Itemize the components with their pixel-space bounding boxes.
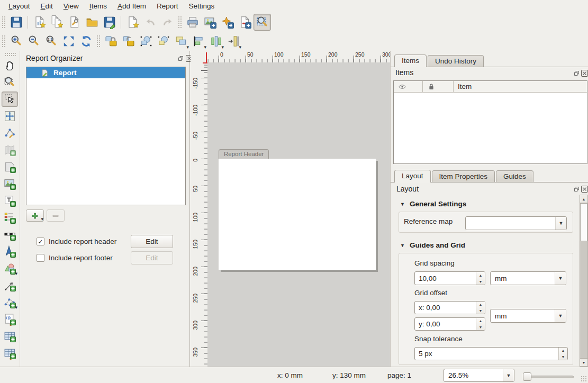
report-toolbar — [0, 12, 588, 32]
grid-spacing-spinbox[interactable]: 10,00 ▲▼ — [414, 271, 485, 285]
resize-items-button[interactable] — [224, 33, 242, 50]
report-page[interactable] — [219, 159, 376, 270]
add-fixed-table-button[interactable] — [2, 345, 18, 361]
snap-tolerance-spinbox[interactable]: 5 px ▲▼ — [414, 347, 568, 360]
new-report-button[interactable] — [31, 14, 48, 31]
tab-item-properties[interactable]: Item Properties — [432, 170, 495, 182]
add-shape-button[interactable] — [2, 261, 18, 276]
export-image-button[interactable] — [201, 14, 219, 31]
spin-arrows[interactable]: ▲▼ — [558, 348, 567, 360]
add-label-button[interactable] — [2, 193, 18, 208]
spin-arrows[interactable]: ▲▼ — [476, 318, 485, 330]
add-arrow-button[interactable] — [2, 278, 18, 293]
remove-section-button[interactable] — [47, 209, 65, 222]
close-panel-button[interactable] — [581, 70, 588, 77]
zoom-actual-button[interactable]: 1:1 — [42, 33, 60, 50]
move-item-content-button[interactable] — [2, 108, 18, 124]
select-all-button[interactable] — [137, 33, 155, 50]
menu-add-item[interactable]: Add Item — [112, 1, 151, 11]
add-legend-button[interactable] — [2, 210, 18, 225]
add-node-item-button[interactable] — [2, 295, 18, 310]
add-attribute-table-button[interactable] — [2, 329, 18, 344]
zoom-out-button[interactable] — [25, 33, 42, 50]
zoom-level-select[interactable]: 26.5% ▼ — [444, 369, 514, 382]
tab-undo-history[interactable]: Undo History — [428, 55, 484, 67]
float-panel-button[interactable] — [177, 55, 184, 62]
items-table: Item — [393, 80, 587, 164]
add-north-arrow-button[interactable] — [2, 244, 18, 259]
close-panel-button[interactable] — [581, 186, 588, 193]
add-picture-button[interactable] — [2, 176, 18, 192]
reference-map-select[interactable]: ▼ — [465, 216, 567, 230]
select-move-item-button[interactable] — [2, 92, 18, 107]
grid-offset-x-value: x: 0,00 — [419, 304, 440, 312]
raise-items-button[interactable] — [172, 33, 189, 50]
deselect-all-button[interactable] — [155, 33, 172, 50]
menu-items[interactable]: Items — [84, 1, 112, 11]
lock-items-button[interactable] — [102, 33, 120, 50]
zoom-in-button[interactable] — [7, 33, 25, 50]
float-panel-button[interactable] — [573, 70, 580, 77]
cursor-x-readout: x: 0 mm — [277, 371, 303, 379]
report-tree-item[interactable]: Report — [26, 67, 185, 78]
menu-layout[interactable]: Layout — [3, 1, 35, 11]
print-button[interactable] — [184, 14, 201, 31]
scroll-up-icon[interactable]: ▲ — [580, 195, 587, 203]
grid-offset-y-spinbox[interactable]: y: 0,00 ▲▼ — [414, 317, 485, 331]
spin-arrows[interactable]: ▲▼ — [476, 302, 485, 314]
menu-view[interactable]: View — [58, 1, 84, 11]
zoom-level-value: 26.5% — [448, 371, 468, 379]
export-pdf-button[interactable] — [236, 14, 254, 31]
toolbar-drag-handle[interactable] — [96, 35, 101, 48]
export-svg-button[interactable] — [219, 14, 236, 31]
report-properties-button[interactable] — [66, 14, 83, 31]
scroll-down-icon[interactable]: ▼ — [580, 358, 587, 366]
add-3d-map-button[interactable] — [2, 159, 18, 175]
toolbar-drag-handle[interactable] — [2, 35, 6, 48]
menu-edit[interactable]: Edit — [35, 1, 58, 11]
canvas-work-area[interactable]: Report Header — [207, 62, 390, 367]
layout-options-button[interactable] — [254, 14, 271, 31]
undo-button — [141, 14, 159, 31]
scrollbar-thumb[interactable] — [580, 203, 587, 241]
general-settings-section-header[interactable]: ▼ General Settings — [400, 200, 466, 208]
pan-tool-button[interactable] — [2, 58, 18, 73]
grid-offset-x-spinbox[interactable]: x: 0,00 ▲▼ — [414, 301, 485, 314]
grid-spacing-unit-select[interactable]: mm ▼ — [490, 271, 566, 285]
toolbar-drag-handle[interactable] — [2, 16, 6, 29]
align-items-button[interactable] — [189, 33, 207, 50]
guides-grid-section-header[interactable]: ▼ Guides and Grid — [400, 241, 465, 249]
grid-offset-unit-select[interactable]: mm ▼ — [490, 309, 566, 323]
save-project-button[interactable] — [7, 14, 25, 31]
panel-scrollbar[interactable]: ▲ ▼ — [580, 195, 588, 367]
report-section-tree[interactable]: Report — [26, 67, 186, 205]
distribute-items-button[interactable] — [207, 33, 224, 50]
save-as-template-button[interactable] — [101, 14, 118, 31]
edit-header-button[interactable]: Edit — [131, 235, 173, 248]
zoom-tool-button[interactable] — [2, 75, 18, 90]
zoom-slider-handle[interactable] — [523, 372, 531, 381]
add-from-template-button[interactable] — [83, 14, 101, 31]
window-resize-grip[interactable] — [581, 376, 587, 382]
add-html-button[interactable] — [2, 312, 18, 327]
new-page-button[interactable] — [124, 14, 141, 31]
add-scalebar-button[interactable] — [2, 227, 18, 242]
include-header-checkbox[interactable]: ✓ — [37, 238, 44, 245]
tab-items[interactable]: Items — [394, 54, 427, 67]
toolbar-drag-handle[interactable] — [178, 16, 182, 29]
duplicate-report-button[interactable] — [48, 14, 66, 31]
refresh-view-button[interactable] — [77, 33, 95, 50]
toolbar-drag-handle[interactable] — [4, 52, 16, 56]
zoom-full-button[interactable] — [60, 33, 77, 50]
float-panel-button[interactable] — [573, 186, 580, 193]
edit-nodes-item-button[interactable] — [2, 125, 18, 141]
menu-report[interactable]: Report — [151, 1, 184, 11]
edit-footer-button[interactable]: Edit — [131, 251, 173, 265]
unlock-items-button[interactable] — [120, 33, 137, 50]
menu-settings[interactable]: Settings — [183, 1, 220, 11]
add-section-button[interactable] — [26, 209, 44, 222]
spin-arrows[interactable]: ▲▼ — [476, 272, 485, 285]
include-footer-checkbox[interactable] — [37, 254, 44, 262]
tab-guides[interactable]: Guides — [496, 170, 533, 182]
tab-layout[interactable]: Layout — [394, 170, 431, 183]
